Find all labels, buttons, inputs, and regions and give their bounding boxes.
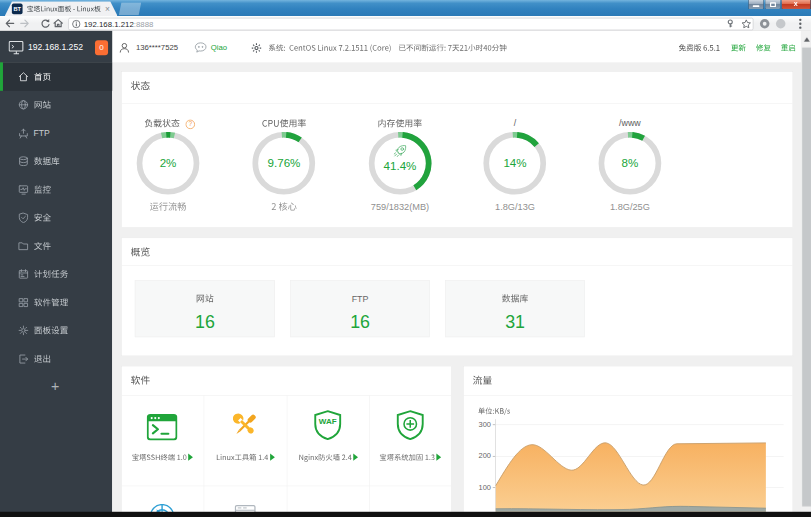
svg-text:?: ?: [188, 120, 192, 127]
svg-text:WAF: WAF: [319, 417, 337, 426]
